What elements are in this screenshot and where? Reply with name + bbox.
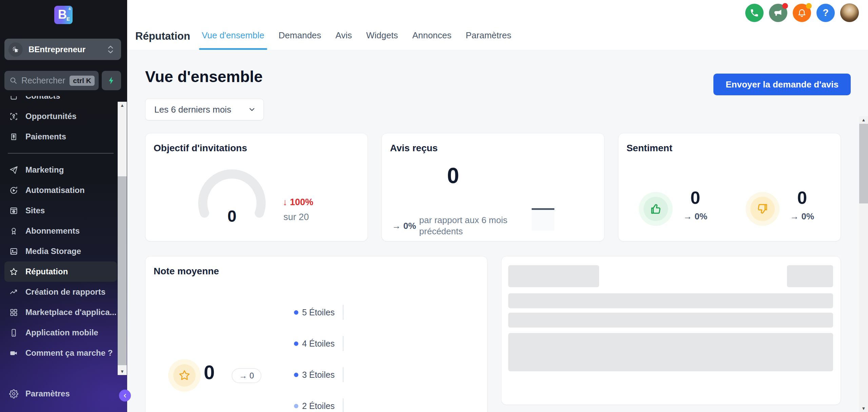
page-header: ? Réputation Vue d'ensemble Demandes Avi… <box>127 0 868 50</box>
chevron-left-icon <box>122 393 128 398</box>
sidebar-item-label: Création de rapports <box>25 287 105 297</box>
sidebar-item[interactable]: Contacts <box>4 96 117 106</box>
announcements-button[interactable] <box>769 4 787 22</box>
tab[interactable]: Vue d'ensemble <box>202 30 264 50</box>
average-rating-value: 0 <box>204 361 215 384</box>
sidebar-item-icon <box>9 288 18 297</box>
brand-logo-sup-mark: 4 <box>68 7 71 11</box>
overview-title: Vue d'ensemble <box>145 67 263 86</box>
sidebar-scrollbar[interactable]: ▲ ▼ <box>118 102 127 375</box>
sidebar-item-icon <box>9 308 18 317</box>
sidebar-item-icon <box>9 96 18 101</box>
help-button[interactable]: ? <box>816 4 835 22</box>
brand-logo[interactable]: B E 4 <box>54 6 73 24</box>
sidebar-item[interactable]: Paiements <box>4 126 117 147</box>
sidebar-menu: Contacts Opportunités Paiements Marketin… <box>4 96 117 361</box>
search-icon <box>9 76 18 85</box>
megaphone-icon <box>773 8 783 18</box>
sidebar-item[interactable]: Réputation <box>4 261 117 282</box>
scroll-down-icon[interactable]: ▼ <box>859 406 868 411</box>
tab[interactable]: Annonces <box>412 30 452 50</box>
tab[interactable]: Paramètres <box>466 30 511 50</box>
sidebar-item-icon <box>9 267 18 276</box>
sidebar-item-icon <box>9 227 18 236</box>
legend-label: 4 Étoiles <box>302 339 335 349</box>
mini-bar-chart <box>532 208 554 231</box>
sidebar-search-row: Rechercher ctrl K <box>4 71 121 90</box>
chevron-down-icon <box>248 105 256 114</box>
sidebar-collapse-button[interactable] <box>119 390 131 401</box>
sidebar-item-icon <box>9 132 18 141</box>
axis-tick <box>343 305 343 320</box>
sidebar-settings: Paramètres <box>4 384 117 404</box>
rating-trend-value: → 0 <box>239 371 254 380</box>
tab-label: Demandes <box>279 30 321 40</box>
brand-logo-letter: B <box>58 7 67 22</box>
tab[interactable]: Widgets <box>366 30 398 50</box>
page-title: Réputation <box>135 30 190 50</box>
skeleton-block <box>787 265 833 287</box>
sidebar-item[interactable]: Automatisation <box>4 180 117 200</box>
tab-label: Paramètres <box>466 30 511 40</box>
card-title: Sentiment <box>627 143 672 154</box>
reviews-received-card: Avis reçus 0 → 0% par rapport aux 6 mois… <box>381 133 604 241</box>
sidebar-item-icon <box>9 165 18 175</box>
period-filter-value: Les 6 derniers mois <box>154 104 248 115</box>
brand-logo-sub-letter: E <box>66 16 70 22</box>
sidebar-item[interactable]: Opportunités <box>4 106 117 126</box>
sidebar-item-icon <box>9 328 18 337</box>
content-scrollbar[interactable]: ▲ ▼ <box>859 116 868 412</box>
axis-tick <box>343 367 343 382</box>
sidebar-item[interactable]: Marketplace d'applica... <box>4 302 117 322</box>
account-switcher[interactable]: BEntrepreneur <box>4 39 121 60</box>
sidebar-item[interactable]: Sites <box>4 200 117 221</box>
phone-button[interactable] <box>745 4 764 22</box>
legend-row: 3 Étoiles <box>294 359 353 390</box>
sidebar-item-icon <box>9 112 18 121</box>
rating-trend-pill: → 0 <box>232 368 261 383</box>
legend-dot-icon <box>294 404 298 408</box>
scroll-up-icon[interactable]: ▲ <box>859 117 868 122</box>
sidebar-item[interactable]: Création de rapports <box>4 282 117 302</box>
tabs: Vue d'ensemble Demandes Avis Widgets Ann… <box>202 30 511 50</box>
quick-actions-button[interactable] <box>102 71 121 90</box>
content-scrollbar-thumb[interactable] <box>859 124 868 203</box>
user-avatar[interactable] <box>840 3 859 22</box>
kpi-cards-row: Objectif d'invitations 0 ↓ 100% sur 20 A… <box>145 133 841 241</box>
sidebar-item[interactable]: Media Storage <box>4 241 117 261</box>
search-input[interactable]: Rechercher ctrl K <box>4 71 99 90</box>
legend-dot-icon <box>294 310 298 315</box>
comparison-text: par rapport aux 6 mois précédents <box>419 215 528 237</box>
sidebar-item[interactable]: Marketing <box>4 160 117 180</box>
sidebar-item-icon <box>9 349 18 358</box>
sidebar-item[interactable]: Abonnements <box>4 221 117 241</box>
invitation-goal-card: Objectif d'invitations 0 ↓ 100% sur 20 <box>145 133 368 241</box>
trend-flat-value: → 0% <box>392 221 416 231</box>
notifications-button[interactable] <box>793 4 811 22</box>
sentiment-card: Sentiment 0 → 0% 0 → 0% <box>618 133 841 241</box>
thumb-up-icon <box>649 202 662 215</box>
period-filter-dropdown[interactable]: Les 6 derniers mois <box>145 99 264 120</box>
scroll-down-icon[interactable]: ▼ <box>118 369 127 374</box>
topbar-icons: ? <box>745 3 859 22</box>
thumb-down-icon <box>756 202 769 215</box>
sidebar-item[interactable]: Application mobile <box>4 322 117 343</box>
send-review-request-button[interactable]: Envoyer la demande d'avis <box>713 74 851 95</box>
sidebar-item[interactable]: Comment ça marche ? <box>4 343 117 361</box>
notification-dot-amber <box>806 3 812 9</box>
sidebar-item-label: Comment ça marche ? <box>25 348 113 358</box>
scroll-up-icon[interactable]: ▲ <box>118 103 127 108</box>
sidebar-item-settings[interactable]: Paramètres <box>4 384 117 404</box>
tab-label: Avis <box>335 30 352 40</box>
sidebar-scrollbar-thumb[interactable] <box>118 176 127 365</box>
tab[interactable]: Demandes <box>279 30 321 50</box>
phone-icon <box>750 8 759 18</box>
negative-count: 0 <box>787 188 817 208</box>
cursor-click-icon <box>8 42 23 57</box>
legend-row: 4 Étoiles <box>294 328 353 359</box>
positive-count: 0 <box>680 188 711 208</box>
tab[interactable]: Avis <box>335 30 352 50</box>
skeleton-block <box>508 265 599 287</box>
question-mark-icon: ? <box>823 7 829 18</box>
card-title: Objectif d'invitations <box>154 143 247 154</box>
